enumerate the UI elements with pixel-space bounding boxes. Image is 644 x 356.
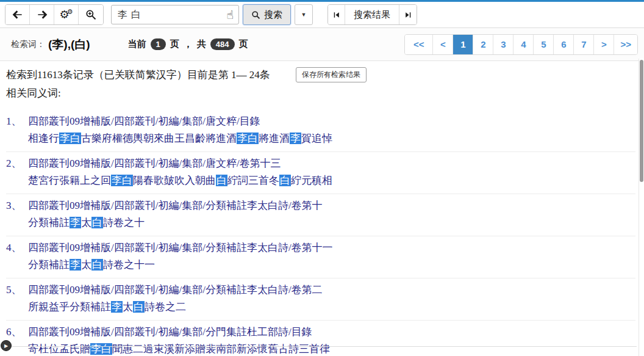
content-text: 賀追悼 [301,133,332,144]
content-text: 分類補註 [28,259,70,271]
content-text: 太 [81,259,91,271]
total-pages-badge: 484 [210,38,235,50]
result-path-text[interactable]: 四部叢刊09增補版/四部叢刊/初編/集部/唐文粹/卷第十三 [28,157,281,170]
search-input[interactable] [112,9,224,21]
result-number: 3、 [6,199,28,213]
results-area: 检索到11613条记录（已关联简繁汉字）目前是第 1— 24条 保存所有检索结果… [0,61,644,356]
result-path-text[interactable]: 四部叢刊09增補版/四部叢刊/初編/集部/分類補註李太白詩/卷第十一 [28,241,333,255]
search-button-label: 搜索 [264,9,282,21]
results-list: 1、四部叢刊09增補版/四部叢刊/初編/集部/唐文粹/目錄相逢行李白古樂府權德輿… [6,110,635,356]
first-result-button[interactable] [328,5,345,24]
zoom-in-button[interactable] [79,5,103,24]
nav-button-group: ⚙⚙ [5,4,104,25]
result-item: 1、四部叢刊09增補版/四部叢刊/初編/集部/唐文粹/目錄相逢行李白古樂府權德輿… [6,110,635,151]
save-all-results-button[interactable]: 保存所有检索结果 [296,67,367,82]
result-content[interactable]: 相逢行李白古樂府權德輿朝來曲王昌齡將進酒李白將進酒李賀追悼 [28,132,635,145]
bottom-panel-divider [6,346,637,347]
highlighted-term: 李白 [111,175,133,186]
result-path[interactable]: 1、四部叢刊09增補版/四部叢刊/初編/集部/唐文粹/目錄 [6,115,635,128]
current-label: 当前 [128,38,146,50]
result-content[interactable]: 楚宮行張籍上之回李白陽春歌皷吹入朝曲白紵詞三首冬白紵元稹相 [28,174,635,187]
content-text: 詩卷之二 [145,301,186,313]
result-path[interactable]: 4、四部叢刊09增補版/四部叢刊/初編/集部/分類補註李太白詩/卷第十一 [6,241,635,255]
page-button-3[interactable]: 3 [493,35,513,54]
result-path[interactable]: 2、四部叢刊09增補版/四部叢刊/初編/集部/唐文粹/卷第十三 [6,157,635,170]
back-icon [12,9,24,21]
page-button->[interactable]: > [593,35,614,54]
result-number: 5、 [6,283,28,297]
gear-small-icon: ⚙ [67,9,73,15]
forward-button[interactable] [30,5,54,24]
handwriting-input-icon[interactable]: ☝ [224,8,238,21]
highlighted-term: 白 [91,217,103,228]
result-path-text[interactable]: 四部叢刊09增補版/四部叢刊/初編/集部/分門集註杜工部詩/目錄 [28,325,312,339]
query-label: 检索词： [11,39,45,50]
toolbar: ⚙⚙ ☝ 搜索 ▼ 搜索结果 [0,2,644,28]
back-button[interactable] [5,5,30,24]
caret-down-icon: ▼ [301,12,307,18]
search-options-dropdown[interactable]: ▼ [295,4,313,25]
expand-panel-button[interactable]: ▶ [1,340,12,351]
result-number: 1、 [6,115,28,128]
highlighted-term: 白 [133,301,145,313]
content-text: 將進酒 [259,133,290,144]
content-text: 楚宮行張籍上之回 [28,175,111,186]
scrollbar-thumb[interactable] [640,60,643,182]
zoom-in-icon [85,9,97,21]
skip-last-icon [404,11,412,19]
result-content[interactable]: 所親益乎分類補註李太白詩卷之二 [28,300,635,314]
content-text: 聞惠二過東溪新添贈裴南部新添懷舊古詩三首律 [112,343,330,355]
highlighted-term: 李 [290,133,301,144]
page-button-<[interactable]: < [432,35,453,54]
status-bar: 检索词： (李),(白) 当前 1 页 ， 共 484 页 <<<1234567… [0,28,644,61]
result-content[interactable]: 分類補註李太白詩卷之十 [28,216,635,230]
result-path-text[interactable]: 四部叢刊09增補版/四部叢刊/初編/集部/分類補註李太白詩/卷第十 [28,199,323,213]
content-text: 陽春歌皷吹入朝曲 [133,175,216,186]
content-text: 古樂府權德輿朝來曲王昌齡將進酒 [81,133,237,144]
highlighted-term: 李 [70,217,81,228]
page-button-1[interactable]: 1 [453,35,473,54]
skip-first-icon [332,11,340,19]
result-item: 6、四部叢刊09增補版/四部叢刊/初編/集部/分門集註杜工部詩/目錄寄杜位孟氏贈… [6,320,635,356]
page-button-2[interactable]: 2 [473,35,493,54]
page-button-4[interactable]: 4 [513,35,533,54]
highlighted-term: 白 [216,175,227,186]
highlighted-term: 李白 [237,133,259,144]
content-text: 詩卷之十 [103,217,145,228]
highlighted-term: 白 [279,175,291,186]
result-path[interactable]: 6、四部叢刊09增補版/四部叢刊/初編/集部/分門集註杜工部詩/目錄 [6,325,635,339]
search-results-button[interactable]: 搜索结果 [345,5,399,24]
last-result-button[interactable] [399,5,417,24]
search-button[interactable]: 搜索 [243,4,291,25]
result-content[interactable]: 寄杜位孟氏贈李白聞惠二過東溪新添贈裴南部新添懷舊古詩三首律 [28,343,635,356]
highlighted-term: 白 [91,259,103,271]
result-number: 4、 [6,241,28,255]
search-box: ☝ [111,5,239,24]
query-value: (李),(白) [48,37,90,53]
result-path[interactable]: 3、四部叢刊09增補版/四部叢刊/初編/集部/分類補註李太白詩/卷第十 [6,199,635,213]
result-content[interactable]: 分類補註李太白詩卷之十一 [28,258,635,272]
result-path-text[interactable]: 四部叢刊09增補版/四部叢刊/初編/集部/唐文粹/目錄 [28,115,260,128]
page-button->>[interactable]: >> [614,35,637,54]
content-text: 紵詞三首冬 [227,175,279,186]
result-item: 2、四部叢刊09增補版/四部叢刊/初編/集部/唐文粹/卷第十三楚宮行張籍上之回李… [6,151,635,194]
synonyms-label: 相关同义词: [6,86,635,100]
content-text: 相逢行 [28,133,59,144]
result-path-text[interactable]: 四部叢刊09增補版/四部叢刊/初編/集部/分類補註李太白詩/卷第二 [28,283,323,297]
summary-row: 检索到11613条记录（已关联简繁汉字）目前是第 1— 24条 保存所有检索结果 [6,67,635,82]
page-button-5[interactable]: 5 [533,35,553,54]
content-text: 所親益乎分類補註 [28,301,111,313]
arrow-right-icon: ▶ [4,343,8,349]
result-item: 5、四部叢刊09增補版/四部叢刊/初編/集部/分類補註李太白詩/卷第二所親益乎分… [6,278,635,320]
highlighted-term: 李白 [59,133,81,144]
settings-button[interactable]: ⚙⚙ [54,5,79,24]
result-item: 4、四部叢刊09增補版/四部叢刊/初編/集部/分類補註李太白詩/卷第十一分類補註… [6,236,635,278]
page-word: 页 [170,38,179,50]
vertical-scrollbar[interactable] [639,59,644,356]
page-button-6[interactable]: 6 [553,35,573,54]
page-button-7[interactable]: 7 [573,35,593,54]
page-button-<<[interactable]: << [405,35,433,54]
highlighted-term: 李白 [90,343,112,355]
content-text: 詩卷之十一 [103,259,155,271]
result-path[interactable]: 5、四部叢刊09增補版/四部叢刊/初編/集部/分類補註李太白詩/卷第二 [6,283,635,297]
